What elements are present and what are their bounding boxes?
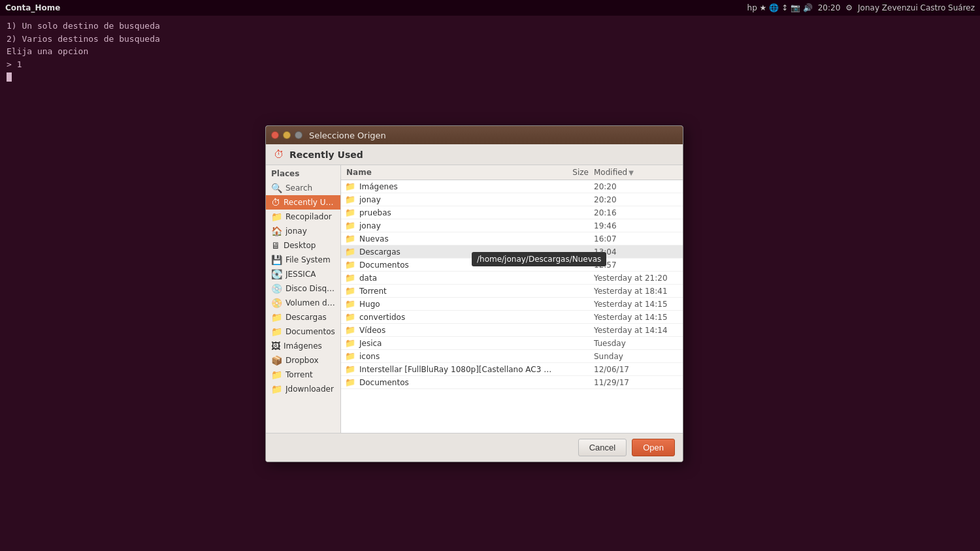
col-name-header[interactable]: Name [341, 168, 552, 177]
taskbar-user: Jonay Zevenzui Castro Suárez [858, 3, 975, 12]
file-name: Documentos [357, 260, 552, 270]
jdownloader-icon: 📁 [271, 384, 282, 394]
file-row-videos[interactable]: 📁 Vídeos Yesterday at 14:14 [341, 324, 683, 337]
file-modified: Yesterday at 14:14 [591, 326, 683, 335]
file-row-descargas[interactable]: 📁 Descargas 13:04 /home/jonay/Descargas/… [341, 245, 683, 259]
recopilador-icon: 📁 [271, 212, 282, 222]
sidebar-search-label: Search [286, 183, 312, 193]
sidebar-item-documentos[interactable]: 📁 Documentos [266, 324, 340, 339]
file-row-jonay2[interactable]: 📁 jonay 19:46 [341, 219, 683, 232]
sidebar-item-jdownloader[interactable]: 📁 Jdownloader [266, 382, 340, 396]
file-row-documentos1[interactable]: 📁 Documentos 12:57 [341, 259, 683, 272]
sidebar-jessica-label: JESSICA [286, 270, 316, 279]
file-name: Imágenes [357, 182, 552, 191]
close-button[interactable] [271, 131, 279, 139]
sidebar-item-filesystem[interactable]: 💾 File System [266, 253, 340, 267]
file-row-torrent[interactable]: 📁 Torrent Yesterday at 18:41 [341, 285, 683, 298]
file-row-hugo[interactable]: 📁 Hugo Yesterday at 14:15 [341, 298, 683, 311]
maximize-button[interactable] [295, 131, 302, 139]
filesystem-icon: 💾 [271, 255, 282, 265]
file-name: icons [357, 352, 552, 361]
folder-icon: 📁 [344, 181, 357, 191]
file-modified: Yesterday at 14:15 [591, 300, 683, 309]
desktop-icon: 🖥 [271, 240, 280, 251]
sidebar-item-descargas[interactable]: 📁 Descargas [266, 310, 340, 324]
file-list: 📁 Imágenes 20:20 📁 jonay 20:20 📁 pruebas [341, 180, 683, 433]
sidebar-item-disco[interactable]: 💿 Disco Disqu... [266, 281, 340, 296]
sidebar-item-dropbox[interactable]: 📦 Dropbox [266, 353, 340, 368]
recently-used-icon: ⏱ [274, 148, 284, 161]
folder-icon: 📁 [344, 208, 357, 217]
file-name: jonay [357, 221, 552, 230]
folder-icon: 📁 [344, 260, 357, 270]
sidebar-item-recopilador[interactable]: 📁 Recopilador [266, 210, 340, 224]
file-row-convertidos[interactable]: 📁 convertidos Yesterday at 14:15 [341, 311, 683, 324]
file-row-documentos2[interactable]: 📁 Documentos 11/29/17 [341, 376, 683, 389]
places-header: Places [266, 165, 340, 181]
jonay-home-icon: 🏠 [271, 226, 282, 236]
folder-icon: 📁 [344, 299, 357, 309]
column-headers: Name Size Modified ▼ [341, 165, 683, 180]
sidebar-disco-label: Disco Disqu... [286, 284, 335, 293]
torrent-icon: 📁 [271, 370, 282, 380]
file-name: Torrent [357, 287, 552, 296]
taskbar-time: 20:20 [818, 3, 841, 12]
file-row-jonay1[interactable]: 📁 jonay 20:20 [341, 193, 683, 206]
taskbar-right: hp ★ 🌐 ↕ 📷 🔊 20:20 ⚙ Jonay Zevenzui Cast… [747, 3, 975, 12]
sidebar-item-search[interactable]: 🔍 Search [266, 181, 340, 195]
file-name: Vídeos [357, 326, 552, 335]
folder-icon: 📁 [344, 273, 357, 283]
file-name: Jesica [357, 339, 552, 348]
file-modified: Tuesday [591, 339, 683, 348]
sort-arrow-icon: ▼ [629, 169, 634, 176]
file-name: pruebas [357, 208, 552, 217]
file-row-interstellar[interactable]: 📁 Interstellar [FullBluRay 1080p][Castel… [341, 363, 683, 376]
file-modified: Yesterday at 21:20 [591, 274, 683, 283]
sidebar-item-jonay[interactable]: 🏠 jonay [266, 224, 340, 238]
folder-icon: 📁 [344, 234, 357, 244]
file-row-nuevas[interactable]: 📁 Nuevas 16:07 [341, 232, 683, 245]
documentos-icon: 📁 [271, 326, 282, 337]
sidebar-item-imagenes[interactable]: 🖼 Imágenes [266, 339, 340, 353]
col-size-header[interactable]: Size [552, 168, 591, 177]
disco-icon: 💿 [271, 283, 282, 294]
dialog-title: Seleccione Origen [309, 131, 386, 140]
file-row-imagenes[interactable]: 📁 Imágenes 20:20 [341, 180, 683, 193]
open-button[interactable]: Open [632, 439, 675, 456]
sidebar-imagenes-label: Imágenes [284, 341, 322, 351]
file-row-data[interactable]: 📁 data Yesterday at 21:20 [341, 272, 683, 285]
recently-used-label: Recently Used [289, 150, 363, 160]
recently-used-header: ⏱ Recently Used [266, 144, 683, 165]
minimize-button[interactable] [283, 131, 291, 139]
taskbar-title: Conta_Home [5, 3, 60, 12]
file-modified: 13:04 [591, 247, 683, 257]
search-icon: 🔍 [271, 183, 282, 193]
file-modified: 19:46 [591, 221, 683, 230]
file-modified: Sunday [591, 352, 683, 361]
sidebar-desktop-label: Desktop [284, 241, 316, 250]
dialog-titlebar: Seleccione Origen [266, 126, 683, 144]
file-modified: 12:57 [591, 260, 683, 270]
folder-icon: 📁 [344, 364, 357, 374]
sidebar-item-volumen[interactable]: 📀 Volumen de ... [266, 296, 340, 310]
file-modified: 16:07 [591, 234, 683, 244]
cancel-button[interactable]: Cancel [578, 439, 627, 456]
file-name: jonay [357, 195, 552, 204]
sidebar-item-jessica[interactable]: 💽 JESSICA [266, 267, 340, 281]
sidebar-volumen-label: Volumen de ... [286, 298, 335, 307]
file-row-icons[interactable]: 📁 icons Sunday [341, 350, 683, 363]
sidebar-item-desktop[interactable]: 🖥 Desktop [266, 238, 340, 253]
recently-used-sidebar-icon: ⏱ [271, 197, 280, 208]
file-modified: 20:16 [591, 208, 683, 217]
places-sidebar: Places 🔍 Search ⏱ Recently Used 📁 Recopi… [266, 165, 341, 433]
file-row-jesica[interactable]: 📁 Jesica Tuesday [341, 337, 683, 350]
folder-icon: 📁 [344, 247, 357, 257]
sidebar-item-recently-used[interactable]: ⏱ Recently Used [266, 195, 340, 210]
file-row-pruebas[interactable]: 📁 pruebas 20:16 [341, 206, 683, 219]
file-name: Documentos [357, 378, 552, 387]
sidebar-item-torrent[interactable]: 📁 Torrent [266, 368, 340, 382]
file-name: Nuevas [357, 234, 552, 244]
dialog-content: Places 🔍 Search ⏱ Recently Used 📁 Recopi… [266, 165, 683, 433]
folder-icon: 📁 [344, 351, 357, 361]
col-modified-header[interactable]: Modified ▼ [591, 168, 683, 177]
